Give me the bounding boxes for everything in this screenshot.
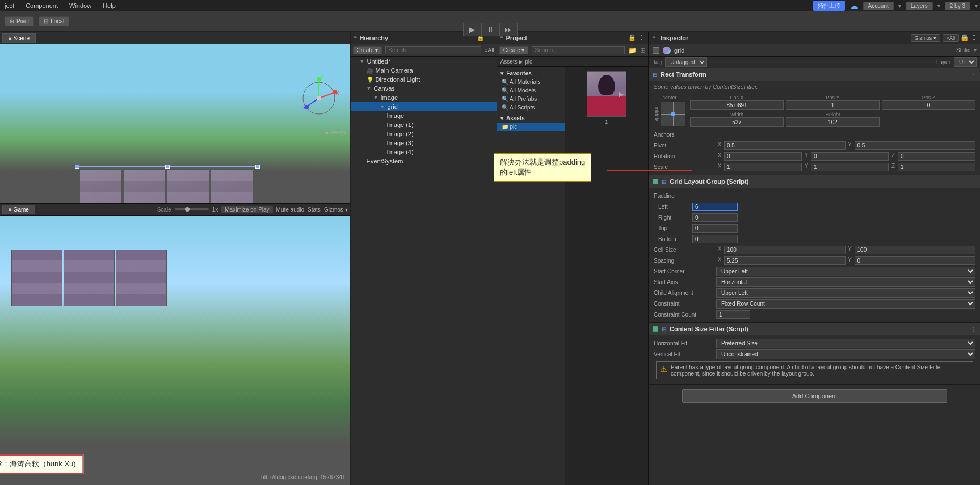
horiz-fit-select[interactable]: Preferred Size [716, 339, 975, 348]
pause-btn[interactable]: ⏸ [481, 23, 499, 36]
stats-btn[interactable]: Stats [308, 206, 321, 213]
start-corner-select[interactable]: Upper Left [716, 267, 975, 276]
h-item-canvas[interactable]: ▼ Canvas [351, 84, 497, 93]
rect-transform-header[interactable]: ⊞ Rect Transform ⋮ [649, 68, 980, 81]
layer-select[interactable]: UI [954, 57, 977, 67]
padding-bottom-input[interactable]: 0 [692, 235, 738, 243]
h-item-grid[interactable]: ▼ grid [351, 102, 497, 111]
cell-y-input[interactable]: 100 [855, 246, 976, 254]
play-btn[interactable]: ▶ [463, 23, 481, 36]
project-view-btn[interactable]: ⊞ [640, 47, 646, 54]
menu-object[interactable]: ject [2, 2, 16, 9]
account-btn[interactable]: Account [863, 2, 894, 10]
padding-left-input[interactable]: 6 [692, 203, 738, 211]
thumb-play-btn[interactable]: ▶ [619, 90, 624, 98]
all-btn[interactable]: ≡All [943, 34, 959, 42]
vert-fit-select[interactable]: Unconstrained [716, 349, 975, 359]
hierarchy-all-btn[interactable]: ≡All [485, 47, 494, 53]
content-size-checkbox[interactable] [653, 326, 658, 332]
project-search[interactable] [532, 46, 625, 54]
tab-scene[interactable]: ≡ Scene [2, 33, 36, 43]
pivot-x-input[interactable]: 0.5 [724, 141, 846, 150]
start-axis-select[interactable]: Horizontal [716, 277, 975, 287]
project-folder-btn[interactable]: 📁 [628, 47, 637, 54]
assets-pic[interactable]: 📁 pic [497, 123, 565, 131]
h-item-dirlight[interactable]: 💡 Directional Light [351, 75, 497, 84]
rot-z-input[interactable]: 0 [898, 152, 975, 161]
h-item-image-child4[interactable]: Image (3) [351, 138, 497, 147]
rect-transform-more[interactable]: ⋮ [971, 71, 977, 78]
h-item-image-parent[interactable]: ▼ Image [351, 93, 497, 102]
h-item-image-child2[interactable]: Image (1) [351, 120, 497, 129]
menu-component[interactable]: Component [23, 2, 60, 9]
step-btn[interactable]: ⏭ [499, 23, 518, 36]
child-align-select[interactable]: Upper Left [716, 288, 975, 298]
h-item-image-child1[interactable]: Image [351, 111, 497, 120]
project-more[interactable]: ⋮ [638, 34, 645, 41]
add-component-btn[interactable]: Add Component [682, 389, 947, 403]
rot-y-input[interactable]: 0 [811, 152, 889, 161]
scale-slider[interactable] [175, 208, 209, 210]
anchors-label: Anchors [654, 132, 716, 138]
h-item-untitled[interactable]: ▼ Untitled* [351, 57, 497, 66]
grid-layout-checkbox[interactable] [653, 179, 658, 184]
content-size-more[interactable]: ⋮ [971, 326, 977, 332]
fav-scripts[interactable]: 🔍 All Scripts [497, 103, 565, 112]
fav-models[interactable]: 🔍 All Models [497, 86, 565, 95]
local-btn[interactable]: ⊡ Local [39, 16, 69, 26]
h-item-eventsystem[interactable]: EventSystem [351, 157, 497, 166]
pivot-btn[interactable]: ⊕ Pivot [5, 16, 34, 26]
menu-help[interactable]: Help [100, 2, 118, 9]
obj-active-checkbox[interactable] [653, 47, 659, 54]
project-create-btn[interactable]: Create ▾ [499, 46, 529, 54]
pos-z-input[interactable]: 0 [882, 100, 975, 110]
grid-layout-more[interactable]: ⋮ [971, 179, 977, 185]
maximize-btn[interactable]: Maximize on Play [221, 206, 272, 213]
layout-btn[interactable]: 2 by 3 [945, 2, 970, 10]
game-gizmos-btn[interactable]: Gizmos ▾ [324, 206, 348, 213]
h-item-image-child3[interactable]: Image (2) [351, 129, 497, 138]
canvas-arrow: ▼ [367, 86, 372, 91]
constraint-select[interactable]: Fixed Row Count [716, 299, 975, 309]
scale-z-input[interactable]: 1 [898, 163, 975, 171]
gizmos-btn[interactable]: Gizmos ▾ [911, 34, 940, 42]
h-item-maincamera[interactable]: 🎥 Main Camera [351, 66, 497, 75]
upload-btn[interactable]: 拓扑上传 [813, 1, 845, 11]
tag-select[interactable]: Untagged [665, 57, 707, 67]
layers-btn[interactable]: Layers [906, 2, 933, 10]
rect-transform-section: ⊞ Rect Transform ⋮ Some values driven by… [649, 68, 980, 175]
maincamera-label: Main Camera [376, 67, 413, 74]
menu-window[interactable]: Window [67, 2, 94, 9]
thumb-image-1[interactable]: ▶ [587, 71, 626, 117]
constraint-count-input[interactable]: 1 [716, 310, 750, 319]
rot-x-input[interactable]: 0 [724, 152, 802, 161]
h-item-image-child5[interactable]: Image (4) [351, 147, 497, 157]
width-input[interactable]: 527 [690, 117, 784, 127]
padding-top-input[interactable]: 0 [692, 224, 738, 233]
content-size-header[interactable]: ⊞ Content Size Fitter (Script) ⋮ [649, 323, 980, 335]
hierarchy-create-btn[interactable]: Create ▾ [353, 46, 382, 54]
hierarchy-icon: ≡ [354, 35, 357, 41]
pivot-y-input[interactable]: 0.5 [855, 141, 976, 150]
fav-prefabs[interactable]: 🔍 All Prefabs [497, 95, 565, 103]
child-align-label: Child Alignment [654, 290, 716, 296]
pos-y-input[interactable]: 1 [786, 100, 880, 110]
tab-game[interactable]: ≡ Game [2, 205, 35, 214]
scale-x-input[interactable]: 1 [724, 163, 802, 171]
fav-materials[interactable]: 🔍 All Materials [497, 78, 565, 86]
padding-right-input[interactable]: 0 [692, 213, 738, 222]
spacing-x-input[interactable]: 5.25 [724, 256, 846, 265]
pos-x-input[interactable]: 85.0691 [690, 100, 784, 110]
scene-more[interactable]: ⋮ [971, 34, 978, 42]
spacing-y-input[interactable]: 0 [855, 256, 976, 265]
cell-x-input[interactable]: 100 [724, 246, 846, 254]
hierarchy-search[interactable] [385, 46, 481, 54]
scale-y-input[interactable]: 1 [811, 163, 889, 171]
height-input[interactable]: 102 [786, 117, 880, 127]
anchor-selector[interactable] [661, 102, 685, 126]
grid-layout-header[interactable]: ⊞ Grid Layout Group (Script) ⋮ [649, 175, 980, 188]
mute-btn[interactable]: Mute audio [276, 206, 304, 213]
scene-lock[interactable]: 🔒 [961, 34, 969, 42]
project-lock[interactable]: 🔒 [628, 34, 636, 41]
middle-label: middle [654, 107, 659, 122]
